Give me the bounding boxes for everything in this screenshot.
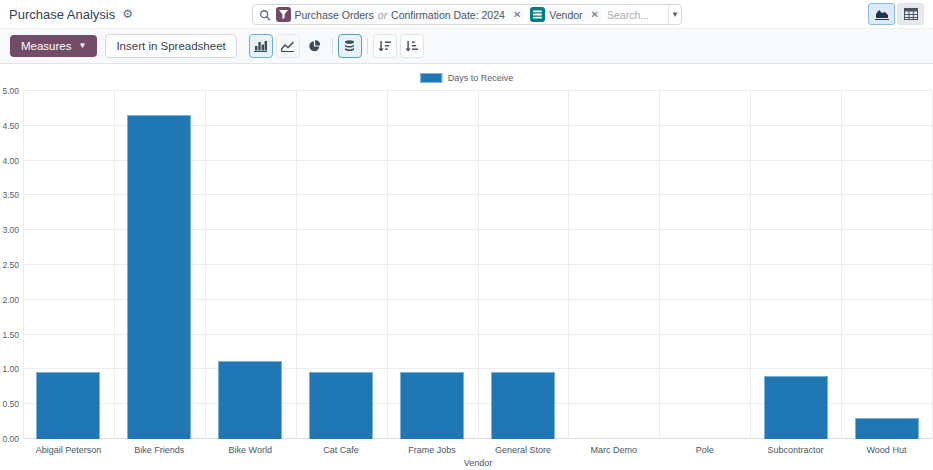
bar-wood-hut[interactable]: [855, 418, 919, 439]
chart-type-buttons: [249, 34, 424, 58]
sort-asc-icon: [405, 40, 418, 52]
graph-view-button[interactable]: [868, 3, 895, 25]
gridline-vertical: [478, 91, 479, 439]
y-axis-label: 3.50: [0, 190, 19, 200]
x-axis-label: Pole: [659, 445, 750, 455]
chevron-down-icon: ▼: [79, 42, 87, 50]
filter-facet-label: Purchase Orders or Confirmation Date: 20…: [291, 9, 509, 21]
bar-general-store[interactable]: [491, 372, 555, 440]
measures-button[interactable]: Measures ▼: [10, 35, 97, 57]
chevron-down-icon: ▼: [671, 11, 679, 19]
groupby-facet-label: Vendor: [545, 9, 586, 21]
x-axis-label: Bike World: [205, 445, 296, 455]
control-panel: Measures ▼ Insert in Spreadsheet: [0, 29, 933, 64]
bar-frame-jobs[interactable]: [400, 372, 464, 440]
search-input[interactable]: [603, 9, 668, 21]
x-axis-title: Vendor: [23, 458, 933, 468]
remove-filter-icon[interactable]: ✕: [509, 9, 525, 20]
gridline-vertical: [205, 91, 206, 439]
sort-descending-button[interactable]: [373, 34, 397, 58]
gridline-vertical: [659, 91, 660, 439]
filter-funnel-icon: [276, 7, 291, 22]
bar-abigail-peterson[interactable]: [36, 372, 100, 440]
bar-chart-icon: [254, 40, 267, 52]
groupby-layers-icon: [530, 7, 545, 22]
pie-chart-button[interactable]: [303, 34, 327, 58]
bar-bike-world[interactable]: [218, 361, 282, 439]
x-axis-label: Cat Cafe: [296, 445, 387, 455]
y-axis-label: 1.50: [0, 330, 19, 340]
breadcrumb: Purchase Analysis ⚙: [9, 7, 133, 22]
y-axis-label: 2.00: [0, 295, 19, 305]
chart: Days to Receive 0.000.501.001.502.002.50…: [0, 64, 933, 469]
gridline-vertical: [750, 91, 751, 439]
stacked-database-icon: [343, 40, 356, 52]
x-axis-label: Marc Demo: [568, 445, 659, 455]
search-bar[interactable]: Purchase Orders or Confirmation Date: 20…: [252, 4, 682, 25]
remove-groupby-icon[interactable]: ✕: [587, 9, 603, 20]
y-axis-label: 1.00: [0, 364, 19, 374]
x-axis: Abigail PetersonBike FriendsBike WorldCa…: [23, 445, 932, 455]
legend[interactable]: Days to Receive: [420, 73, 514, 83]
y-axis-label: 4.00: [0, 156, 19, 166]
gridline-vertical: [841, 91, 842, 439]
search-dropdown-toggle[interactable]: ▼: [668, 5, 680, 24]
bar-bike-friends[interactable]: [127, 115, 191, 439]
pivot-view-button[interactable]: [897, 3, 924, 25]
legend-swatch: [420, 73, 442, 83]
line-chart-icon: [281, 40, 294, 52]
area-chart-icon: [875, 8, 889, 20]
x-axis-label: Subcontractor: [750, 445, 841, 455]
y-axis-label: 0.50: [0, 399, 19, 409]
bar-chart-button[interactable]: [249, 34, 273, 58]
y-axis-label: 3.00: [0, 225, 19, 235]
gear-icon[interactable]: ⚙: [122, 8, 133, 20]
line-chart-button[interactable]: [276, 34, 300, 58]
x-axis-label: General Store: [477, 445, 568, 455]
sort-desc-icon: [378, 40, 391, 52]
divider: [367, 38, 368, 54]
x-axis-label: Abigail Peterson: [23, 445, 114, 455]
search-icon: [259, 9, 271, 21]
measures-label: Measures: [21, 40, 72, 52]
gridline-vertical: [387, 91, 388, 439]
top-bar: Purchase Analysis ⚙ Purchase Orders or C…: [0, 0, 933, 29]
gridline-vertical: [114, 91, 115, 439]
stacked-toggle-button[interactable]: [338, 34, 362, 58]
legend-label: Days to Receive: [448, 73, 514, 83]
groupby-facet: Vendor ✕: [530, 7, 603, 22]
y-axis-label: 4.50: [0, 121, 19, 131]
view-switcher: [868, 3, 924, 25]
plot-area: [23, 91, 932, 439]
y-axis-label: 0.00: [0, 434, 19, 444]
bar-subcontractor[interactable]: [764, 376, 828, 439]
filter-facet: Purchase Orders or Confirmation Date: 20…: [276, 7, 526, 22]
pie-chart-icon: [308, 40, 321, 52]
x-axis-label: Wood Hut: [841, 445, 932, 455]
gridline-vertical: [296, 91, 297, 439]
gridline-vertical: [23, 91, 24, 439]
insert-in-spreadsheet-button[interactable]: Insert in Spreadsheet: [105, 34, 236, 58]
bar-cat-cafe[interactable]: [309, 372, 373, 440]
x-axis-label: Frame Jobs: [387, 445, 478, 455]
y-axis-label: 2.50: [0, 260, 19, 270]
x-axis-label: Bike Friends: [114, 445, 205, 455]
page-title: Purchase Analysis: [9, 7, 115, 22]
divider: [332, 38, 333, 54]
y-axis-label: 5.00: [0, 86, 19, 96]
sort-ascending-button[interactable]: [400, 34, 424, 58]
gridline-vertical: [568, 91, 569, 439]
pivot-table-icon: [904, 8, 918, 20]
